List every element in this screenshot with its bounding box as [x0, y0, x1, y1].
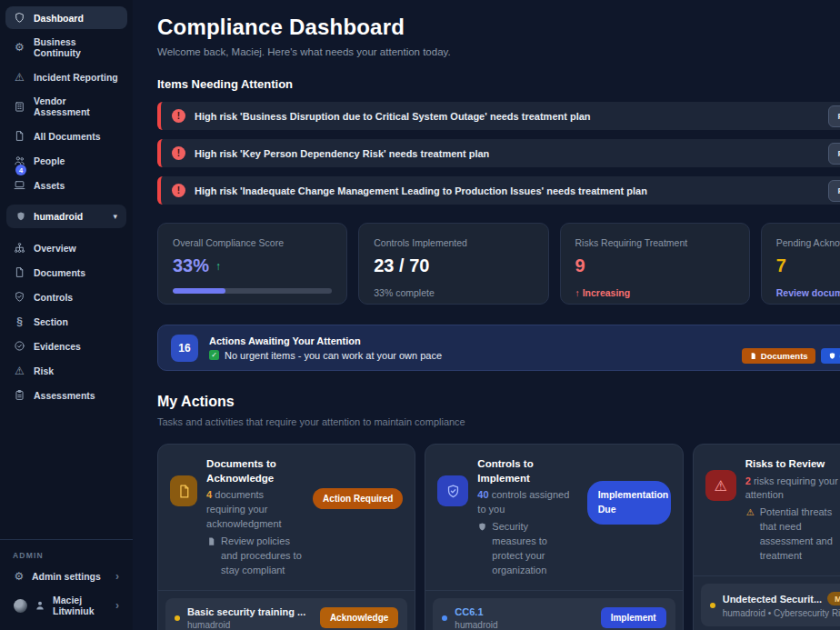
- sidebar-item-risk[interactable]: ⚠ Risk: [5, 359, 127, 382]
- stat-label: Controls Implemented: [374, 237, 533, 248]
- sidebar-item-label: Assets: [34, 180, 65, 191]
- stat-card-pending-acknowledgments: Pending Acknowledgments 7 Review documen…: [761, 223, 840, 305]
- banner-title: Actions Awaiting Your Attention: [209, 335, 442, 346]
- card-documents-to-acknowledge: Documents to Acknowledge 4 documents req…: [157, 444, 415, 630]
- sidebar-item-all-documents[interactable]: All Documents: [5, 125, 127, 147]
- sidebar-item-label: Vendor Assessment: [34, 95, 119, 117]
- sidebar-item-assets[interactable]: Assets: [5, 174, 127, 196]
- focus-pill-controls[interactable]: Controls: [821, 348, 840, 364]
- gear-icon: ⚙: [14, 42, 25, 54]
- attention-alert-row: ! High risk 'Inadequate Change Managemen…: [157, 176, 840, 205]
- laptop-icon: [14, 179, 25, 191]
- implementation-due-badge: Implementation Due: [587, 481, 671, 525]
- warning-icon: ⚠: [14, 71, 25, 83]
- building-icon: [14, 101, 25, 113]
- sidebar-item-label: Controls: [34, 292, 73, 303]
- actions-count-badge: 16: [171, 335, 198, 362]
- stat-label: Pending Acknowledgments: [776, 237, 840, 248]
- card-risks-to-review: ⚠ Risks to Review 2 risks requiring your…: [693, 444, 840, 630]
- sidebar-item-overview[interactable]: Overview: [5, 236, 127, 259]
- clipboard-icon: [14, 389, 25, 401]
- stat-value: 7: [776, 255, 786, 276]
- sidebar-item-incident-reporting[interactable]: ⚠ Incident Reporting: [5, 65, 127, 88]
- my-actions-subtitle: Tasks and activities that require your a…: [157, 416, 840, 427]
- shield-icon: [477, 522, 487, 532]
- compliance-progress-bar: [173, 288, 332, 294]
- risk-list-item: Undetected Securit... Medium humadroid •…: [701, 584, 840, 626]
- admin-settings-link[interactable]: ⚙ Admin settings ›: [5, 565, 127, 588]
- plan-treatment-button[interactable]: Plan treatment ›: [828, 143, 840, 165]
- check-circle-icon: [14, 340, 25, 352]
- sidebar-item-label: Risk: [34, 365, 54, 376]
- status-dot: [175, 615, 180, 621]
- chevron-down-icon: ▾: [113, 212, 117, 221]
- plan-treatment-button[interactable]: Plan treatment ›: [828, 105, 840, 127]
- sidebar-item-section[interactable]: § Section: [5, 310, 127, 333]
- arrow-up-icon: ↑: [215, 260, 221, 273]
- status-dot: [710, 603, 715, 608]
- avatar: [14, 599, 27, 613]
- sidebar-item-controls[interactable]: Controls: [5, 285, 127, 308]
- attention-heading: Items Needing Attention: [157, 77, 840, 91]
- focus-pill-documents[interactable]: Documents: [742, 348, 815, 364]
- exclamation-icon: !: [172, 184, 185, 197]
- document-list-item: Basic security training ... humadroid Ac…: [165, 598, 407, 630]
- user-name-label: Maciej Litwiniuk: [53, 595, 108, 616]
- document-icon: [206, 536, 216, 546]
- exclamation-icon: !: [172, 109, 185, 123]
- sidebar-item-label: Business Continuity: [34, 36, 119, 58]
- sidebar-item-vendor-assessment[interactable]: Vendor Assessment: [5, 90, 127, 123]
- shield-icon: [14, 12, 25, 24]
- stat-note: 33% complete: [374, 287, 533, 298]
- alert-text: High risk 'Inadequate Change Management …: [195, 185, 819, 196]
- document-icon: [749, 352, 757, 360]
- warning-iconbox: ⚠: [705, 470, 736, 501]
- chevron-right-icon: ›: [115, 570, 119, 583]
- sidebar-item-label: Section: [34, 316, 68, 327]
- sidebar: Dashboard ⚙ Business Continuity ⚠ Incide…: [0, 0, 133, 630]
- org-shield-icon: [15, 211, 26, 222]
- stat-card-controls-implemented: Controls Implemented 23 / 70 33% complet…: [358, 223, 548, 305]
- card-title: Controls to Implement: [477, 457, 575, 485]
- person-icon: [35, 600, 45, 611]
- actions-banner: 16 Actions Awaiting Your Attention ✓ No …: [157, 325, 840, 371]
- card-title: Risks to Review: [745, 457, 840, 472]
- sidebar-item-evidences[interactable]: Evidences: [5, 335, 127, 357]
- plan-treatment-button[interactable]: Plan treatment ›: [828, 180, 840, 202]
- shield-check-icon: [445, 484, 461, 499]
- sidebar-item-dashboard[interactable]: Dashboard: [5, 6, 127, 29]
- acknowledge-button[interactable]: Acknowledge: [320, 607, 398, 628]
- sidebar-item-label: Assessments: [34, 390, 95, 401]
- sidebar-item-assessments[interactable]: Assessments: [5, 384, 127, 406]
- shield-iconbox: [437, 475, 468, 506]
- org-selector[interactable]: humadroid ▾: [6, 205, 126, 228]
- shield-icon: [828, 352, 836, 360]
- stat-label: Overall Compliance Score: [173, 237, 332, 248]
- user-profile-link[interactable]: Maciej Litwiniuk ›: [5, 589, 127, 622]
- sidebar-item-business-continuity[interactable]: ⚙ Business Continuity: [5, 31, 127, 64]
- section-icon: §: [14, 315, 25, 327]
- main-content: Compliance Dashboard Welcome back, Macie…: [133, 0, 840, 630]
- sidebar-item-label: Incident Reporting: [34, 72, 118, 83]
- review-documents-link[interactable]: Review documents →: [776, 287, 840, 298]
- warning-icon: ⚠: [713, 478, 728, 494]
- sidebar-item-people[interactable]: People 4: [5, 149, 127, 172]
- page-subtitle: Welcome back, Maciej. Here's what needs …: [157, 46, 451, 57]
- stat-trend: ↑ Increasing: [575, 287, 735, 298]
- document-icon: [14, 266, 25, 278]
- alert-text: High risk 'Business Disruption due to Cr…: [195, 111, 819, 122]
- stat-card-compliance-score: Overall Compliance Score 33% ↑: [157, 223, 347, 305]
- stat-value: 9: [575, 255, 585, 276]
- exclamation-icon: !: [172, 146, 185, 160]
- stat-value: 23 / 70: [374, 255, 429, 276]
- chevron-right-icon: ›: [115, 599, 119, 612]
- shield-check-icon: [14, 291, 25, 303]
- stat-card-risks-treatment: Risks Requiring Treatment 9 ↑ Increasing: [560, 223, 750, 305]
- card-title: Documents to Acknowledge: [206, 457, 304, 485]
- sidebar-item-documents[interactable]: Documents: [5, 261, 127, 284]
- arrow-up-icon: ↑: [575, 287, 583, 298]
- implement-button[interactable]: Implement: [601, 607, 666, 628]
- document-iconbox: [170, 475, 197, 506]
- gear-icon: ⚙: [14, 571, 25, 582]
- focus-areas-label: Focus Areas: [742, 332, 840, 342]
